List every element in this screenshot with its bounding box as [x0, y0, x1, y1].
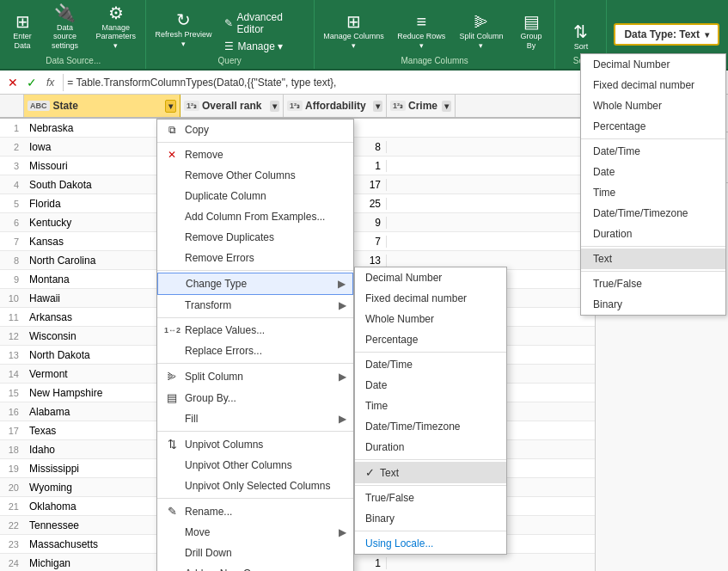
row-number: 20: [0, 482, 24, 493]
sm-datetimezone[interactable]: Date/Time/Timezone: [355, 416, 506, 437]
cm-remove[interactable]: ✕ Remove: [157, 144, 353, 165]
col-header-state[interactable]: ABC State ▾: [24, 95, 180, 117]
manage-columns-button[interactable]: ⊞ Manage Columns ▾: [318, 8, 389, 54]
data-type-arrow: ▾: [705, 30, 709, 40]
row-number: 11: [0, 312, 24, 322]
sm-whole[interactable]: Whole Number: [355, 309, 506, 329]
manage-button[interactable]: ☰Manage ▾: [219, 39, 309, 54]
cm-add-as-query[interactable]: Add as New Query: [157, 563, 353, 571]
cm-unpivot-selected[interactable]: Unpivot Only Selected Columns: [157, 476, 353, 496]
sort-button[interactable]: ⇅ Sort: [568, 18, 593, 54]
sm-time[interactable]: Time: [355, 396, 506, 416]
formula-fx-icon: fx: [41, 77, 59, 89]
row-number: 4: [0, 180, 24, 190]
row-number: 2: [0, 142, 24, 152]
dt-item-whole[interactable]: Whole Number: [581, 95, 725, 116]
row-number: 6: [0, 218, 24, 228]
row-number: 5: [0, 199, 24, 209]
col-header-affordability[interactable]: 1²₃ Affordability ▾: [284, 95, 387, 117]
row-number: 1: [0, 123, 24, 133]
cm-drill-down[interactable]: Drill Down: [157, 543, 353, 563]
cm-change-type[interactable]: Change Type ▶: [157, 273, 353, 295]
advanced-editor-button[interactable]: ✎Advanced Editor: [219, 9, 309, 37]
refresh-preview-button[interactable]: ↻ Refresh Preview ▾: [150, 6, 218, 52]
manage-parameters-button[interactable]: ⚙ Manage Parameters ▾: [90, 0, 142, 54]
state-col-label: State: [53, 100, 78, 112]
dt-item-decimal[interactable]: Decimal Number: [581, 54, 725, 75]
sm-using-locale[interactable]: Using Locale...: [355, 533, 506, 554]
sm-percentage[interactable]: Percentage: [355, 329, 506, 350]
dt-item-datetime[interactable]: Date/Time: [581, 141, 725, 162]
row-number: 12: [0, 331, 24, 341]
cm-unpivot[interactable]: ⇅ Unpivot Columns: [157, 433, 353, 455]
row-number: 13: [0, 350, 24, 360]
data-type-button[interactable]: Data Type: Text ▾: [614, 23, 719, 46]
cm-move[interactable]: Move ▶: [157, 522, 353, 543]
formula-confirm-icon[interactable]: ✓: [22, 76, 41, 89]
sm-text[interactable]: ✓ Text: [355, 462, 506, 483]
sm-date[interactable]: Date: [355, 375, 506, 396]
ribbon-group-query: ↻ Refresh Preview ▾ ✎Advanced Editor ☰Ma…: [146, 0, 315, 69]
row-number: 3: [0, 161, 24, 171]
row-number: 8: [0, 255, 24, 266]
reduce-rows-button[interactable]: ≡ Reduce Rows ▾: [391, 9, 451, 54]
col-header-crime[interactable]: 1²₃ Crime ▾: [387, 95, 456, 117]
sm-fixed-decimal[interactable]: Fixed decimal number: [355, 288, 506, 309]
ribbon: ⊞ Enter Data 🔌 Data source settings ⚙ Ma…: [0, 0, 728, 71]
group-by-button[interactable]: ▤ Group By: [511, 8, 552, 54]
cm-add-from-examples[interactable]: Add Column From Examples...: [157, 206, 353, 227]
cm-copy[interactable]: ⧉ Copy: [157, 120, 353, 140]
row-number: 22: [0, 520, 24, 531]
row-number: 10: [0, 293, 24, 304]
cm-duplicate[interactable]: Duplicate Column: [157, 186, 353, 206]
row-number: 23: [0, 539, 24, 550]
row-number: 14: [0, 369, 24, 379]
state-col-dropdown[interactable]: ▾: [165, 100, 176, 113]
data-source-settings-button[interactable]: 🔌 Data source settings: [41, 0, 89, 54]
sm-binary[interactable]: Binary: [355, 508, 506, 529]
row-number: 18: [0, 445, 24, 455]
dt-item-truefalse[interactable]: True/False: [581, 273, 725, 294]
dt-item-text[interactable]: Text: [581, 249, 725, 269]
col-header-rank[interactable]: 1²₃ Overall rank ▾: [180, 95, 284, 117]
cm-fill[interactable]: Fill ▶: [157, 408, 353, 429]
sm-duration[interactable]: Duration: [355, 437, 506, 457]
ribbon-group-data-source: ⊞ Enter Data 🔌 Data source settings ⚙ Ma…: [2, 0, 146, 69]
dt-item-time[interactable]: Time: [581, 182, 725, 203]
dt-item-fixed[interactable]: Fixed decimal number: [581, 75, 725, 95]
cm-remove-errors[interactable]: Remove Errors: [157, 248, 353, 268]
cm-replace-errors[interactable]: Replace Errors...: [157, 341, 353, 361]
sm-truefalse[interactable]: True/False: [355, 488, 506, 508]
row-number: 15: [0, 388, 24, 398]
change-type-submenu: Decimal Number Fixed decimal number Whol…: [354, 267, 507, 555]
dt-item-percentage[interactable]: Percentage: [581, 116, 725, 137]
sm-datetime[interactable]: Date/Time: [355, 354, 506, 375]
cm-group-by[interactable]: ▤ Group By...: [157, 387, 353, 408]
cm-remove-other[interactable]: Remove Other Columns: [157, 165, 353, 186]
sm-text-check: ✓: [365, 466, 375, 479]
state-col-type: ABC: [28, 101, 50, 111]
row-number: 21: [0, 501, 24, 512]
cm-rename[interactable]: ✎ Rename...: [157, 500, 353, 522]
sm-decimal[interactable]: Decimal Number: [355, 267, 506, 288]
row-number: 7: [0, 236, 24, 247]
dt-item-duration[interactable]: Duration: [581, 224, 725, 244]
ribbon-right-section: Data Type: Text ▾ Decimal Number Fixed d…: [607, 0, 726, 69]
dt-item-binary[interactable]: Binary: [581, 294, 725, 315]
row-number: 24: [0, 558, 24, 568]
split-column-button[interactable]: ⫸ Split Column ▾: [453, 9, 509, 54]
dt-item-date[interactable]: Date: [581, 162, 725, 182]
cm-unpivot-other[interactable]: Unpivot Other Columns: [157, 455, 353, 476]
dt-item-datetimezone[interactable]: Date/Time/Timezone: [581, 203, 725, 224]
cm-remove-dupes[interactable]: Remove Duplicates: [157, 227, 353, 248]
cm-replace-values[interactable]: 1↔2 Replace Values...: [157, 320, 353, 341]
row-number: 16: [0, 407, 24, 417]
table-header-row: ABC State ▾ 1²₃ Overall rank ▾ 1²₃ Affor…: [0, 95, 595, 119]
enter-data-button[interactable]: ⊞ Enter Data: [5, 8, 40, 54]
row-number: 9: [0, 274, 24, 285]
formula-cancel-icon[interactable]: ✕: [3, 76, 22, 89]
cm-transform[interactable]: Transform ▶: [157, 295, 353, 316]
ribbon-group-columns: ⊞ Manage Columns ▾ ≡ Reduce Rows ▾ ⫸ Spl…: [315, 0, 556, 69]
data-type-label: Data Type: Text: [624, 28, 700, 40]
cm-split-column[interactable]: ⫸ Split Column ▶: [157, 365, 353, 387]
